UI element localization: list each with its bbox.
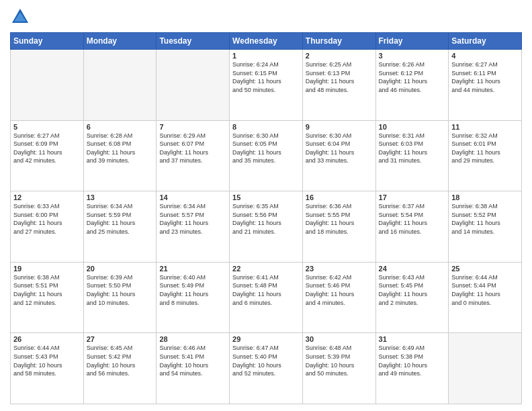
day-info: Sunrise: 6:40 AMSunset: 5:49 PMDaylight:… xyxy=(159,273,226,307)
day-number: 16 xyxy=(306,193,373,201)
day-info: Sunrise: 6:38 AMSunset: 5:52 PMDaylight:… xyxy=(451,202,519,236)
day-info: Sunrise: 6:32 AMSunset: 6:01 PMDaylight:… xyxy=(451,132,519,165)
day-info: Sunrise: 6:49 AMSunset: 5:38 PMDaylight:… xyxy=(379,344,446,377)
header xyxy=(10,7,522,27)
day-number: 31 xyxy=(379,335,446,343)
day-cell: 27Sunrise: 6:45 AMSunset: 5:42 PMDayligh… xyxy=(83,333,157,404)
day-cell xyxy=(83,50,157,121)
day-info: Sunrise: 6:36 AMSunset: 5:55 PMDaylight:… xyxy=(306,202,373,236)
day-number: 17 xyxy=(379,193,446,201)
day-number: 29 xyxy=(232,335,300,343)
week-row-3: 19Sunrise: 6:38 AMSunset: 5:51 PMDayligh… xyxy=(11,262,522,333)
day-info: Sunrise: 6:34 AMSunset: 5:59 PMDaylight:… xyxy=(87,202,154,236)
weekday-header-wednesday: Wednesday xyxy=(230,33,303,50)
weekday-header-monday: Monday xyxy=(83,33,157,50)
day-info: Sunrise: 6:41 AMSunset: 5:48 PMDaylight:… xyxy=(232,273,300,307)
day-info: Sunrise: 6:31 AMSunset: 6:03 PMDaylight:… xyxy=(379,132,446,165)
week-row-2: 12Sunrise: 6:33 AMSunset: 6:00 PMDayligh… xyxy=(11,191,522,263)
day-info: Sunrise: 6:33 AMSunset: 6:00 PMDaylight:… xyxy=(13,202,81,236)
page: SundayMondayTuesdayWednesdayThursdayFrid… xyxy=(0,0,532,411)
day-cell: 2Sunrise: 6:25 AMSunset: 6:13 PMDaylight… xyxy=(302,50,375,121)
day-number: 1 xyxy=(232,52,300,60)
day-cell: 28Sunrise: 6:46 AMSunset: 5:41 PMDayligh… xyxy=(157,333,230,404)
day-number: 26 xyxy=(13,335,81,343)
day-cell xyxy=(11,50,84,121)
day-cell: 8Sunrise: 6:30 AMSunset: 6:05 PMDaylight… xyxy=(230,120,303,191)
day-info: Sunrise: 6:29 AMSunset: 6:07 PMDaylight:… xyxy=(159,132,226,165)
day-number: 2 xyxy=(306,52,373,60)
day-cell: 20Sunrise: 6:39 AMSunset: 5:50 PMDayligh… xyxy=(83,262,157,333)
weekday-header-friday: Friday xyxy=(375,33,449,50)
day-cell xyxy=(157,50,230,121)
day-cell: 11Sunrise: 6:32 AMSunset: 6:01 PMDayligh… xyxy=(449,120,522,191)
day-number: 8 xyxy=(232,123,300,131)
day-info: Sunrise: 6:39 AMSunset: 5:50 PMDaylight:… xyxy=(87,273,154,307)
day-cell xyxy=(449,333,522,404)
day-cell: 6Sunrise: 6:28 AMSunset: 6:08 PMDaylight… xyxy=(83,120,157,191)
day-cell: 4Sunrise: 6:27 AMSunset: 6:11 PMDaylight… xyxy=(449,50,522,121)
day-number: 25 xyxy=(451,265,519,273)
day-info: Sunrise: 6:27 AMSunset: 6:11 PMDaylight:… xyxy=(451,60,519,94)
day-info: Sunrise: 6:44 AMSunset: 5:43 PMDaylight:… xyxy=(13,344,81,377)
day-info: Sunrise: 6:37 AMSunset: 5:54 PMDaylight:… xyxy=(379,202,446,236)
day-info: Sunrise: 6:30 AMSunset: 6:04 PMDaylight:… xyxy=(306,132,373,165)
day-info: Sunrise: 6:26 AMSunset: 6:12 PMDaylight:… xyxy=(379,60,446,94)
logo xyxy=(10,7,33,27)
day-cell: 5Sunrise: 6:27 AMSunset: 6:09 PMDaylight… xyxy=(11,120,84,191)
day-number: 24 xyxy=(379,265,446,273)
day-number: 20 xyxy=(87,265,154,273)
day-number: 11 xyxy=(451,123,519,131)
weekday-header-tuesday: Tuesday xyxy=(157,33,230,50)
day-cell: 26Sunrise: 6:44 AMSunset: 5:43 PMDayligh… xyxy=(11,333,84,404)
day-info: Sunrise: 6:28 AMSunset: 6:08 PMDaylight:… xyxy=(87,132,154,165)
day-info: Sunrise: 6:45 AMSunset: 5:42 PMDaylight:… xyxy=(87,344,154,377)
logo-icon xyxy=(10,7,30,27)
day-number: 13 xyxy=(87,193,154,201)
day-info: Sunrise: 6:25 AMSunset: 6:13 PMDaylight:… xyxy=(306,60,373,94)
day-number: 5 xyxy=(13,123,81,131)
week-row-1: 5Sunrise: 6:27 AMSunset: 6:09 PMDaylight… xyxy=(11,120,522,191)
day-number: 6 xyxy=(87,123,154,131)
day-cell: 9Sunrise: 6:30 AMSunset: 6:04 PMDaylight… xyxy=(302,120,375,191)
day-info: Sunrise: 6:43 AMSunset: 5:45 PMDaylight:… xyxy=(379,273,446,307)
day-cell: 31Sunrise: 6:49 AMSunset: 5:38 PMDayligh… xyxy=(375,333,449,404)
day-info: Sunrise: 6:38 AMSunset: 5:51 PMDaylight:… xyxy=(13,273,81,307)
day-cell: 17Sunrise: 6:37 AMSunset: 5:54 PMDayligh… xyxy=(375,191,449,263)
day-number: 4 xyxy=(451,52,519,60)
day-cell: 1Sunrise: 6:24 AMSunset: 6:15 PMDaylight… xyxy=(230,50,303,121)
day-number: 30 xyxy=(306,335,373,343)
day-cell: 13Sunrise: 6:34 AMSunset: 5:59 PMDayligh… xyxy=(83,191,157,263)
day-number: 15 xyxy=(232,193,300,201)
day-info: Sunrise: 6:47 AMSunset: 5:40 PMDaylight:… xyxy=(232,344,300,377)
day-number: 10 xyxy=(379,123,446,131)
day-number: 28 xyxy=(159,335,226,343)
day-cell: 22Sunrise: 6:41 AMSunset: 5:48 PMDayligh… xyxy=(230,262,303,333)
day-number: 7 xyxy=(159,123,226,131)
day-cell: 15Sunrise: 6:35 AMSunset: 5:56 PMDayligh… xyxy=(230,191,303,263)
weekday-header-saturday: Saturday xyxy=(449,33,522,50)
day-cell: 24Sunrise: 6:43 AMSunset: 5:45 PMDayligh… xyxy=(375,262,449,333)
weekday-header-row: SundayMondayTuesdayWednesdayThursdayFrid… xyxy=(11,33,522,50)
day-number: 14 xyxy=(159,193,226,201)
day-cell: 18Sunrise: 6:38 AMSunset: 5:52 PMDayligh… xyxy=(449,191,522,263)
day-number: 18 xyxy=(451,193,519,201)
day-cell: 30Sunrise: 6:48 AMSunset: 5:39 PMDayligh… xyxy=(302,333,375,404)
day-cell: 25Sunrise: 6:44 AMSunset: 5:44 PMDayligh… xyxy=(449,262,522,333)
day-number: 23 xyxy=(306,265,373,273)
day-number: 22 xyxy=(232,265,300,273)
day-info: Sunrise: 6:35 AMSunset: 5:56 PMDaylight:… xyxy=(232,202,300,236)
day-cell: 19Sunrise: 6:38 AMSunset: 5:51 PMDayligh… xyxy=(11,262,84,333)
day-info: Sunrise: 6:34 AMSunset: 5:57 PMDaylight:… xyxy=(159,202,226,236)
day-info: Sunrise: 6:24 AMSunset: 6:15 PMDaylight:… xyxy=(232,60,300,94)
day-cell: 23Sunrise: 6:42 AMSunset: 5:46 PMDayligh… xyxy=(302,262,375,333)
day-info: Sunrise: 6:44 AMSunset: 5:44 PMDaylight:… xyxy=(451,273,519,307)
day-cell: 12Sunrise: 6:33 AMSunset: 6:00 PMDayligh… xyxy=(11,191,84,263)
day-number: 21 xyxy=(159,265,226,273)
day-info: Sunrise: 6:48 AMSunset: 5:39 PMDaylight:… xyxy=(306,344,373,377)
day-cell: 14Sunrise: 6:34 AMSunset: 5:57 PMDayligh… xyxy=(157,191,230,263)
day-number: 19 xyxy=(13,265,81,273)
day-number: 27 xyxy=(87,335,154,343)
day-cell: 16Sunrise: 6:36 AMSunset: 5:55 PMDayligh… xyxy=(302,191,375,263)
day-info: Sunrise: 6:46 AMSunset: 5:41 PMDaylight:… xyxy=(159,344,226,377)
day-info: Sunrise: 6:30 AMSunset: 6:05 PMDaylight:… xyxy=(232,132,300,165)
